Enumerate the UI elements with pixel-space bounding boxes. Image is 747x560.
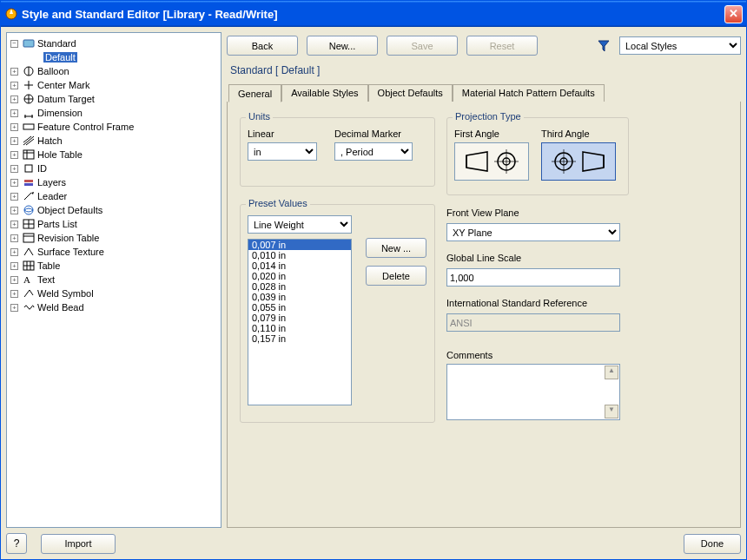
expand-icon[interactable]: + [10, 123, 18, 131]
preset-category-combo[interactable]: Line Weight [248, 215, 352, 234]
tree-label: Balloon [37, 66, 69, 76]
tree-root[interactable]: − Standard [9, 36, 219, 50]
expand-icon[interactable]: + [10, 248, 18, 256]
line-scale-section: Global Line Scale [446, 253, 620, 287]
expand-icon[interactable]: + [10, 193, 18, 201]
svg-rect-21 [24, 183, 33, 186]
tree-item-object-defaults[interactable]: +Object Defaults [9, 203, 219, 217]
book-icon [22, 37, 36, 49]
category-icon [22, 93, 36, 105]
expand-icon[interactable]: + [10, 96, 18, 103]
preset-item[interactable]: 0,010 in [248, 250, 351, 260]
save-button[interactable]: Save [387, 36, 458, 56]
tree-item-revision-table[interactable]: +Revision Table [9, 231, 219, 245]
first-angle-option[interactable] [454, 142, 529, 181]
expand-icon[interactable]: + [10, 221, 18, 228]
tab-material-hatch[interactable]: Material Hatch Pattern Defaults [453, 84, 605, 102]
tree-item-hole-table[interactable]: +Hole Table [9, 148, 219, 161]
tree-label: Layers [37, 177, 66, 188]
tree-item-table[interactable]: +Table [9, 259, 219, 273]
collapse-icon[interactable]: − [10, 40, 18, 48]
line-scale-input[interactable] [446, 268, 620, 287]
expand-icon[interactable]: + [10, 165, 18, 173]
scroll-down-icon[interactable]: ▼ [605, 405, 618, 418]
expand-icon[interactable]: + [10, 109, 18, 117]
tree-item-dimension[interactable]: +Dimension [9, 106, 219, 120]
tab-content: Units Linear in Decimal Marker , Period [227, 102, 741, 528]
preset-listbox[interactable]: 0,007 in0,010 in0,014 in0,020 in0,028 in… [248, 239, 352, 405]
linear-combo[interactable]: in [248, 142, 317, 161]
category-icon [22, 246, 36, 258]
tree-item-parts-list[interactable]: +Parts List [9, 217, 219, 231]
preset-item[interactable]: 0,055 in [248, 302, 351, 313]
svg-rect-12 [23, 124, 34, 129]
projection-title: Projection Type [453, 111, 524, 122]
reset-button[interactable]: Reset [466, 36, 538, 56]
tree-label: Text [37, 274, 55, 285]
expand-icon[interactable]: + [10, 82, 18, 89]
tab-object-defaults[interactable]: Object Defaults [368, 84, 453, 102]
expand-icon[interactable]: + [10, 137, 18, 145]
category-icon [22, 287, 36, 300]
expand-icon[interactable]: + [10, 151, 18, 159]
tree-label: Feature Control Frame [37, 122, 134, 132]
decimal-combo[interactable]: , Period [334, 142, 413, 161]
done-button[interactable]: Done [684, 534, 741, 554]
styles-combo[interactable]: Local Styles [619, 36, 741, 55]
preset-item[interactable]: 0,020 in [248, 271, 351, 281]
import-button[interactable]: Import [41, 534, 116, 554]
tree-item-surface-texture[interactable]: +Surface Texture [9, 245, 219, 259]
scroll-up-icon[interactable]: ▲ [605, 366, 618, 379]
line-scale-label: Global Line Scale [446, 253, 620, 263]
front-view-combo[interactable]: XY Plane [446, 223, 620, 241]
expand-icon[interactable]: + [10, 304, 18, 312]
filter-icon[interactable] [597, 39, 611, 53]
tree-item-feature-control-frame[interactable]: +Feature Control Frame [9, 120, 219, 134]
preset-new-button[interactable]: New ... [366, 238, 426, 258]
tree-item-weld-symbol[interactable]: +Weld Symbol [9, 287, 219, 300]
intl-ref-label: International Standard Reference [446, 298, 620, 308]
new-button[interactable]: New... [307, 36, 378, 56]
preset-item[interactable]: 0,014 in [248, 260, 351, 271]
preset-item[interactable]: 0,039 in [248, 292, 351, 302]
tree-item-leader[interactable]: +Leader [9, 189, 219, 203]
expand-icon[interactable]: + [10, 290, 18, 298]
linear-label: Linear [248, 128, 317, 139]
tab-general[interactable]: General [228, 84, 281, 102]
expand-icon[interactable]: + [10, 179, 18, 187]
tree-item-layers[interactable]: +Layers [9, 175, 219, 189]
preset-item[interactable]: 0,110 in [248, 323, 351, 333]
preset-item[interactable]: 0,079 in [248, 313, 351, 323]
comments-textarea[interactable]: ▲ ▼ [446, 364, 620, 420]
expand-icon[interactable]: + [10, 68, 18, 76]
category-icon [22, 301, 36, 313]
third-angle-option[interactable] [541, 142, 616, 181]
tree-item-weld-bead[interactable]: +Weld Bead [9, 300, 219, 314]
tree-item-text[interactable]: +AText [9, 273, 219, 287]
units-group: Units Linear in Decimal Marker , Period [240, 117, 435, 187]
tree-item-hatch[interactable]: +Hatch [9, 134, 219, 148]
tree-panel[interactable]: − Standard Default+Balloon+Center Mark+D… [6, 32, 221, 528]
tab-bar: General Available Styles Object Defaults… [227, 83, 741, 102]
help-button[interactable]: ? [6, 533, 27, 554]
preset-group: Preset Values Line Weight 0,007 in0,010 … [240, 204, 435, 423]
category-icon [22, 218, 36, 230]
tree-item-center-mark[interactable]: +Center Mark [9, 78, 219, 92]
tree-label: Weld Bead [37, 302, 84, 313]
comments-section: Comments ▲ ▼ [446, 350, 620, 420]
preset-item[interactable]: 0,007 in [248, 240, 351, 250]
tab-available-styles[interactable]: Available Styles [281, 84, 367, 102]
expand-icon[interactable]: + [10, 262, 18, 270]
expand-icon[interactable]: + [10, 234, 18, 242]
tree-item-default[interactable]: Default [24, 50, 219, 64]
close-button[interactable]: ✕ [724, 5, 743, 23]
preset-item[interactable]: 0,028 in [248, 281, 351, 292]
back-button[interactable]: Back [227, 36, 298, 56]
preset-item[interactable]: 0,157 in [248, 333, 351, 344]
tree-item-balloon[interactable]: +Balloon [9, 64, 219, 78]
preset-delete-button[interactable]: Delete [366, 266, 426, 286]
tree-item-datum-target[interactable]: +Datum Target [9, 92, 219, 106]
expand-icon[interactable]: + [10, 207, 18, 214]
expand-icon[interactable]: + [10, 276, 18, 284]
tree-item-id[interactable]: +ID [9, 161, 219, 175]
